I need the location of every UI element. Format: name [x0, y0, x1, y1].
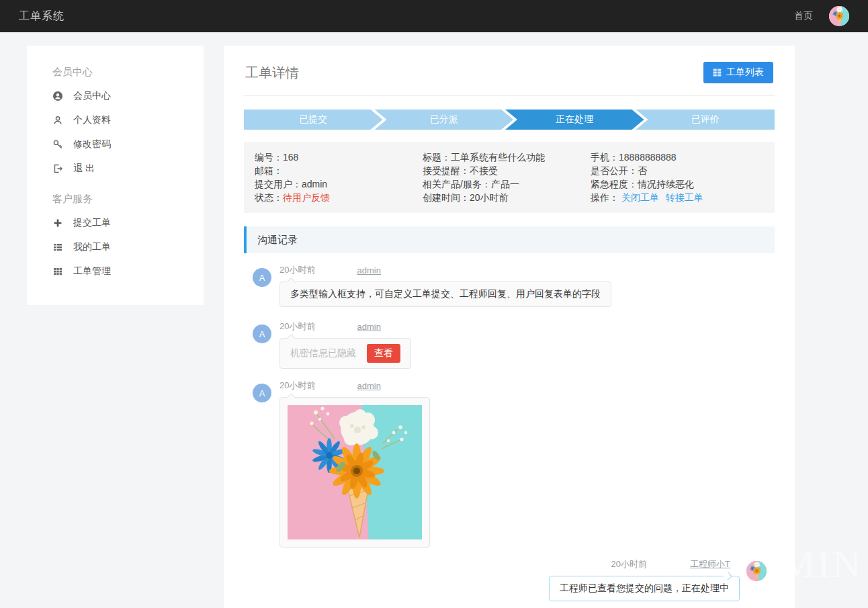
message-time: 20小时前: [611, 558, 647, 570]
step-assigned: 已分派: [375, 110, 514, 130]
sidebar-item-label: 工单管理: [73, 265, 111, 277]
admin-avatar: A: [253, 324, 271, 343]
message-bubble: [279, 397, 430, 548]
bubble-tail: [287, 393, 296, 402]
step-processing: 正在处理: [505, 110, 644, 130]
sidebar-item-label: 个人资料: [73, 114, 111, 126]
message-bubble: 工程师已查看您提交的问题，正在处理中: [549, 576, 740, 601]
message-author[interactable]: 工程师小T: [690, 558, 730, 570]
hidden-info-note: 机密信息已隐藏: [290, 347, 356, 358]
message-author[interactable]: admin: [357, 265, 380, 275]
info-actions: 操作： 关闭工单 转接工单: [591, 191, 764, 204]
sign-out-icon: [52, 163, 63, 174]
info-status: 状态：待用户反馈: [255, 191, 423, 204]
ticket-info: 编号：168 标题：工单系统有些什么功能 手机：18888888888 邮箱： …: [244, 142, 775, 213]
info-email: 邮箱：: [255, 164, 423, 177]
message-list: A 20小时前 admin 多类型输入框支持，可自定义工单提交、工程师回复、用户…: [244, 263, 775, 608]
message-engineer-text: 20小时前 工程师小T 工程师已查看您提交的问题，正在处理中: [244, 557, 775, 601]
bubble-tail: [287, 277, 296, 286]
bubble-tail: [287, 334, 296, 343]
message-admin-image: A 20小时前 admin: [244, 378, 775, 548]
sidebar-section-title: 会员中心: [52, 66, 204, 79]
sidebar-item-label: 修改密码: [73, 138, 111, 150]
message-author[interactable]: admin: [357, 322, 380, 332]
info-submitter: 提交用户：admin: [255, 177, 423, 191]
sidebar-item-change-password[interactable]: 修改密码: [27, 132, 204, 157]
message-time: 20小时前: [279, 380, 315, 392]
grid-icon: [52, 266, 63, 277]
sidebar-item-label: 我的工单: [73, 241, 111, 253]
message-bubble: 多类型输入框支持，可自定义工单提交、工程师回复、用户回复表单的字段: [279, 281, 611, 307]
page-title: 工单详情: [245, 64, 299, 82]
topbar: 工单系统 首页: [0, 0, 868, 32]
sidebar-item-ticket-admin[interactable]: 工单管理: [27, 259, 204, 284]
message-admin-hidden: A 20小时前 admin 机密信息已隐藏 查看: [244, 319, 775, 369]
plus-icon: [52, 218, 63, 228]
attached-flower-image[interactable]: [288, 405, 422, 539]
sidebar-item-my-tickets[interactable]: 我的工单: [27, 235, 204, 259]
message-time: 20小时前: [279, 320, 315, 333]
sidebar-item-member-center[interactable]: 会员中心: [27, 84, 204, 108]
sidebar-item-logout[interactable]: 退 出: [27, 157, 204, 181]
bubble-tail: [724, 572, 732, 580]
info-title: 标题：工单系统有些什么功能: [423, 150, 591, 164]
info-created: 创建时间：20小时前: [423, 191, 591, 204]
sidebar-item-submit-ticket[interactable]: 提交工单: [27, 211, 204, 235]
info-notify: 接受提醒：不接受: [423, 164, 591, 177]
communication-log-header: 沟通记录: [244, 226, 775, 253]
message-bubble: 机密信息已隐藏 查看: [279, 338, 411, 369]
sidebar-item-label: 退 出: [73, 163, 95, 175]
admin-avatar: A: [253, 384, 271, 402]
admin-avatar: A: [253, 268, 271, 287]
info-phone: 手机：18888888888: [591, 150, 764, 164]
step-rated: 已评价: [636, 110, 775, 130]
info-urgency: 紧急程度：情况持续恶化: [591, 177, 764, 191]
ticket-list-button-label: 工单列表: [726, 67, 764, 79]
info-number: 编号：168: [255, 150, 423, 164]
ticket-list-button[interactable]: 工单列表: [703, 62, 773, 83]
transfer-ticket-link[interactable]: 转接工单: [666, 192, 703, 203]
sidebar: 会员中心 会员中心 个人资料 修改密码 退 出 客户服务: [27, 46, 204, 305]
user-circle-icon: [52, 91, 63, 101]
message-admin-text: A 20小时前 admin 多类型输入框支持，可自定义工单提交、工程师回复、用户…: [244, 263, 775, 307]
view-hidden-button[interactable]: 查看: [367, 344, 400, 363]
step-submitted: 已提交: [244, 110, 383, 130]
user-avatar[interactable]: [829, 6, 849, 26]
close-ticket-link[interactable]: 关闭工单: [621, 192, 659, 203]
user-icon: [52, 115, 63, 126]
sidebar-section-title: 客户服务: [52, 193, 204, 206]
app-title: 工单系统: [19, 9, 64, 24]
ticket-detail-card: 工单详情 工单列表 已提交 已分派 正在处理 已评价 编号：168 标题：工单系…: [224, 46, 795, 608]
info-public: 是否公开：否: [591, 164, 764, 177]
list-icon: [52, 242, 63, 253]
home-link[interactable]: 首页: [794, 10, 813, 22]
message-time: 20小时前: [279, 264, 315, 276]
status-badge: 待用户反馈: [283, 192, 330, 203]
info-product: 相关产品/服务：产品一: [423, 177, 591, 191]
message-author[interactable]: admin: [357, 381, 380, 391]
key-icon: [52, 139, 63, 150]
status-steps: 已提交 已分派 正在处理 已评价: [244, 110, 775, 130]
sidebar-item-label: 提交工单: [73, 217, 111, 229]
sidebar-item-label: 会员中心: [73, 90, 111, 102]
table-icon: [713, 69, 722, 77]
sidebar-item-profile[interactable]: 个人资料: [27, 108, 204, 132]
engineer-avatar: [746, 561, 767, 581]
